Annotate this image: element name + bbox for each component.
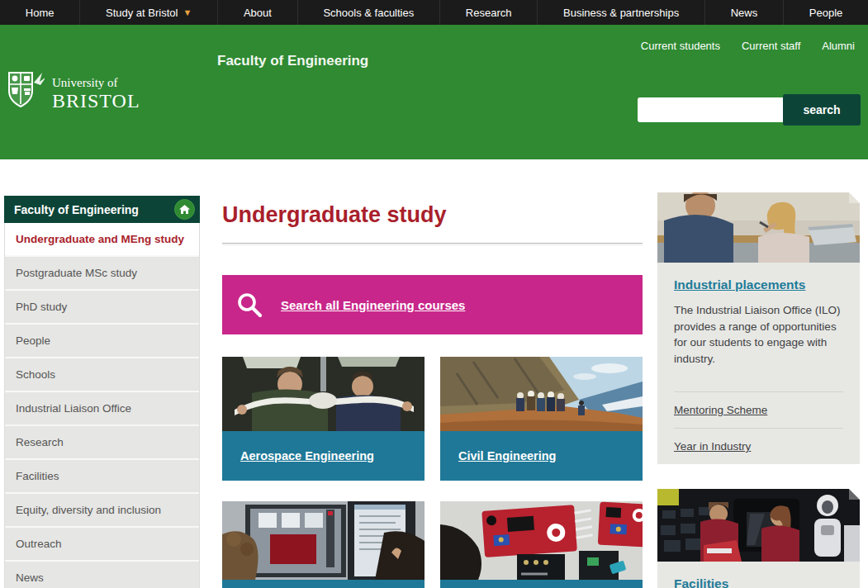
nav-item-news[interactable]: News xyxy=(704,0,783,25)
mentoring-scheme-link[interactable]: Mentoring Scheme xyxy=(674,391,843,428)
home-button[interactable] xyxy=(174,199,195,220)
year-in-industry-link[interactable]: Year in Industry xyxy=(674,428,843,464)
3d-printing-lab-photo xyxy=(657,489,860,562)
nav-item-people[interactable]: People xyxy=(783,0,868,25)
sidebar-item-people[interactable]: People xyxy=(5,325,199,358)
section-navigation: Faculty of Engineering Undergraduate and… xyxy=(4,196,200,588)
card-label-bar xyxy=(440,580,643,588)
nav-item-research[interactable]: Research xyxy=(439,0,537,25)
corner-fold xyxy=(849,489,860,500)
computer-lab-photo xyxy=(222,501,425,580)
facilities-link[interactable]: Facilities xyxy=(674,576,728,588)
university-logo[interactable]: University of BRISTOL xyxy=(7,68,140,112)
coastal-fieldwork-photo xyxy=(440,357,643,431)
corner-fold xyxy=(849,192,860,203)
card-civil-engineering[interactable]: Civil Engineering xyxy=(440,357,643,481)
card-course-4[interactable] xyxy=(440,501,643,588)
course-cards: Aerospace Engineering xyxy=(222,357,643,588)
industrial-placements-card: Industrial placements The Industrial Lia… xyxy=(657,192,860,464)
divider xyxy=(222,243,643,245)
link-alumni[interactable]: Alumni xyxy=(822,40,855,52)
industrial-placements-link[interactable]: Industrial placements xyxy=(674,277,805,292)
bristol-crest-icon xyxy=(7,68,45,112)
site-search: search xyxy=(638,94,861,126)
sidebar-header: Faculty of Engineering xyxy=(4,196,200,223)
top-navigation: Home Study at Bristol ▼ About Schools & … xyxy=(0,0,868,25)
wind-tunnel-photo xyxy=(222,357,425,431)
nav-item-schools-faculties[interactable]: Schools & faculties xyxy=(297,0,439,25)
sidebar-item-phd[interactable]: PhD study xyxy=(5,291,199,325)
facilities-card: Facilities xyxy=(657,489,860,588)
card-label-bar xyxy=(222,580,425,588)
nav-item-study-at-bristol[interactable]: Study at Bristol ▼ xyxy=(79,0,217,25)
link-current-students[interactable]: Current students xyxy=(641,40,720,52)
course-search-banner[interactable]: Search all Engineering courses xyxy=(222,275,643,334)
industrial-placements-body: Industrial placements The Industrial Lia… xyxy=(657,263,860,391)
sidebar-item-news[interactable]: News xyxy=(5,562,199,588)
industrial-placements-text: The Industrial Liaison Office (ILO) prov… xyxy=(674,302,843,367)
card-aerospace-engineering[interactable]: Aerospace Engineering xyxy=(222,357,425,481)
card-label-bar: Aerospace Engineering xyxy=(222,431,425,481)
civil-engineering-link[interactable]: Civil Engineering xyxy=(458,449,556,462)
aerospace-engineering-link[interactable]: Aerospace Engineering xyxy=(240,449,374,462)
placement-links: Mentoring Scheme Year in Industry xyxy=(657,391,860,464)
sidebar-item-facilities[interactable]: Facilities xyxy=(5,460,199,494)
facilities-body: Facilities xyxy=(657,562,860,588)
site-header: Current students Current staff Alumni Fa… xyxy=(0,25,868,159)
main-content: Undergraduate study Search all Engineeri… xyxy=(222,159,643,588)
chevron-down-icon: ▼ xyxy=(183,7,192,17)
sidebar-list: Undergraduate and MEng study Postgraduat… xyxy=(4,223,200,588)
logo-text: University of BRISTOL xyxy=(52,76,140,112)
nav-item-about[interactable]: About xyxy=(217,0,297,25)
card-label-bar: Civil Engineering xyxy=(440,431,643,481)
link-current-staff[interactable]: Current staff xyxy=(742,40,800,52)
sidebar-item-equity[interactable]: Equity, diversity and inclusion xyxy=(5,494,199,528)
nav-item-home[interactable]: Home xyxy=(0,0,79,25)
site-title: Faculty of Engineering xyxy=(217,53,368,69)
search-courses-link[interactable]: Search all Engineering courses xyxy=(281,298,465,312)
sidebar-item-research[interactable]: Research xyxy=(5,426,199,460)
card-course-3[interactable] xyxy=(222,501,425,588)
sidebar-item-schools[interactable]: Schools xyxy=(5,358,199,392)
search-icon xyxy=(235,291,263,319)
utility-links: Current students Current staff Alumni xyxy=(641,40,855,52)
sidebar-item-ilo[interactable]: Industrial Liaison Office xyxy=(5,392,199,426)
search-button[interactable]: search xyxy=(783,94,861,126)
sidebar-item-outreach[interactable]: Outreach xyxy=(5,528,199,562)
nav-item-business-partnerships[interactable]: Business & partnerships xyxy=(537,0,704,25)
page-title: Undergraduate study xyxy=(222,202,643,228)
placement-meeting-photo xyxy=(657,192,860,263)
home-icon xyxy=(179,205,190,215)
circuit-boards-photo xyxy=(440,501,643,580)
sidebar-item-undergraduate[interactable]: Undergraduate and MEng study xyxy=(5,223,199,257)
related-content: Industrial placements The Industrial Lia… xyxy=(657,192,860,588)
sidebar-item-postgraduate[interactable]: Postgraduate MSc study xyxy=(5,257,199,291)
page-body: Faculty of Engineering Undergraduate and… xyxy=(0,159,868,588)
search-input[interactable] xyxy=(638,97,783,122)
